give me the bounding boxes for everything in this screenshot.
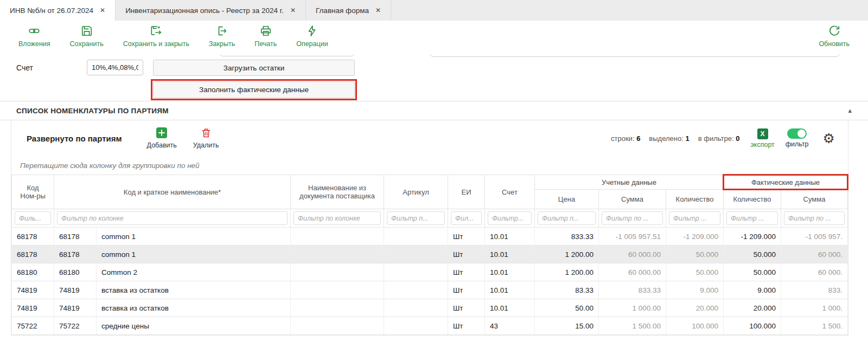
cell-supplier-name[interactable] bbox=[291, 263, 384, 281]
cell-actual-sum[interactable]: -1 005 957. bbox=[781, 228, 848, 246]
col-header-account[interactable]: Счет bbox=[485, 175, 535, 209]
close-icon[interactable]: ✕ bbox=[290, 7, 296, 14]
filter-input-unit[interactable] bbox=[451, 211, 482, 225]
filter-input-account[interactable] bbox=[488, 211, 532, 225]
cell-actual-sum[interactable]: 1 000. bbox=[781, 299, 848, 317]
filter-input-actual-quantity[interactable] bbox=[726, 211, 778, 225]
cell-actual-quantity[interactable]: 50.000 bbox=[724, 263, 781, 281]
delete-row-button[interactable]: Удалить bbox=[193, 127, 219, 149]
cell-code[interactable]: 68178 bbox=[12, 228, 54, 246]
gear-icon[interactable]: ⚙ bbox=[823, 132, 835, 145]
cell-code[interactable]: 68178 bbox=[12, 246, 54, 263]
cell-code2[interactable]: 74819 bbox=[54, 299, 97, 317]
filter-input-supplier-name[interactable] bbox=[293, 211, 381, 225]
cell-account[interactable]: 43 bbox=[485, 317, 535, 335]
close-icon[interactable]: ✕ bbox=[375, 7, 381, 14]
cell-code2[interactable]: 68178 bbox=[54, 228, 97, 246]
cell-actual-sum[interactable]: 833. bbox=[781, 281, 848, 299]
cell-name[interactable]: средние цены bbox=[97, 317, 291, 335]
cell-article[interactable] bbox=[384, 281, 448, 299]
col-header-actual-quantity[interactable]: Количество bbox=[724, 190, 781, 209]
filter-input-sum[interactable] bbox=[602, 211, 663, 225]
refresh-button[interactable]: Обновить bbox=[819, 25, 850, 48]
tab-inventory-register[interactable]: Инвентаризационная опись - Реестр за 202… bbox=[116, 0, 306, 21]
cell-actual-quantity[interactable]: 9.000 bbox=[724, 281, 781, 299]
toggle-on-icon[interactable] bbox=[787, 128, 807, 139]
tab-inv-document[interactable]: ИНВ №б/н от 26.07.2024 ✕ bbox=[0, 0, 116, 21]
close-button[interactable]: Закрыть bbox=[209, 25, 235, 48]
tab-main-form[interactable]: Главная форма ✕ bbox=[306, 0, 391, 21]
save-button[interactable]: Сохранить bbox=[70, 25, 104, 48]
cell-actual-quantity[interactable]: -1 209.000 bbox=[724, 228, 781, 246]
table-row[interactable]: 68178 68178 common 1 Шт 10.01 833.33 -1 … bbox=[12, 228, 848, 246]
filter-input-code[interactable] bbox=[15, 211, 51, 225]
cell-unit[interactable]: Шт bbox=[448, 228, 485, 246]
filter-toggle[interactable]: фильтр bbox=[786, 128, 809, 148]
filter-input-price[interactable] bbox=[538, 211, 596, 225]
cell-actual-sum[interactable]: 60 000. bbox=[781, 246, 848, 263]
add-row-button[interactable]: Добавить bbox=[147, 127, 177, 149]
col-header-supplier-doc-name[interactable]: Наименование из документа поставщика bbox=[291, 175, 384, 209]
cell-unit[interactable]: Шт bbox=[448, 263, 485, 281]
cell-code[interactable]: 75722 bbox=[12, 317, 54, 335]
col-header-price[interactable]: Цена bbox=[535, 190, 599, 209]
collapse-chevron-icon[interactable]: ▴ bbox=[848, 107, 852, 114]
group-by-drop-zone[interactable]: Перетащите сюда колонку для группировки … bbox=[11, 156, 848, 175]
cell-supplier-name[interactable] bbox=[291, 317, 384, 335]
cell-name[interactable]: вставка из остатков bbox=[97, 281, 291, 299]
filter-input-quantity[interactable] bbox=[669, 211, 720, 225]
cell-code[interactable]: 68180 bbox=[12, 263, 54, 281]
cell-quantity[interactable]: 50.000 bbox=[666, 263, 724, 281]
cell-quantity[interactable]: -1 209.000 bbox=[666, 228, 724, 246]
close-icon[interactable]: ✕ bbox=[100, 7, 105, 14]
cell-unit[interactable]: Шт bbox=[448, 299, 485, 317]
account-input[interactable] bbox=[87, 60, 143, 75]
cell-price[interactable]: 1 200.00 bbox=[535, 246, 599, 263]
cell-name[interactable]: Common 2 bbox=[97, 263, 291, 281]
col-header-code-and-name[interactable]: Код и краткое наименование* bbox=[54, 175, 291, 209]
fill-actual-data-button[interactable]: Заполнить фактические данные bbox=[153, 81, 355, 98]
cell-price[interactable]: 50.00 bbox=[535, 299, 599, 317]
cell-sum[interactable]: 60 000.00 bbox=[599, 263, 666, 281]
col-header-actual-sum[interactable]: Сумма bbox=[781, 190, 848, 209]
cell-quantity[interactable]: 100.000 bbox=[666, 317, 724, 335]
cell-name[interactable]: вставка из остатков bbox=[97, 299, 291, 317]
cell-quantity[interactable]: 50.000 bbox=[666, 246, 724, 263]
cell-unit[interactable]: Шт bbox=[448, 317, 485, 335]
cell-actual-quantity[interactable]: 100.000 bbox=[724, 317, 781, 335]
cell-account[interactable]: 10.01 bbox=[485, 228, 535, 246]
cell-account[interactable]: 10.01 bbox=[485, 263, 535, 281]
cell-article[interactable] bbox=[384, 246, 448, 263]
cell-actual-sum[interactable]: 60 000. bbox=[781, 263, 848, 281]
cell-article[interactable] bbox=[384, 263, 448, 281]
cell-unit[interactable]: Шт bbox=[448, 246, 485, 263]
col-header-quantity[interactable]: Количество bbox=[666, 190, 724, 209]
col-header-sum[interactable]: Сумма bbox=[599, 190, 666, 209]
col-header-article[interactable]: Артикул bbox=[384, 175, 448, 209]
cell-sum[interactable]: 60 000.00 bbox=[599, 246, 666, 263]
cell-name[interactable]: common 1 bbox=[97, 228, 291, 246]
table-row[interactable]: 74819 74819 вставка из остатков Шт 10.01… bbox=[12, 281, 848, 299]
cell-sum[interactable]: -1 005 957.51 bbox=[599, 228, 666, 246]
cell-unit[interactable]: Шт bbox=[448, 281, 485, 299]
cell-actual-sum[interactable]: 1 500. bbox=[781, 317, 848, 335]
cell-supplier-name[interactable] bbox=[291, 281, 384, 299]
print-button[interactable]: Печать bbox=[254, 25, 277, 48]
cell-quantity[interactable]: 9.000 bbox=[666, 281, 724, 299]
cell-article[interactable] bbox=[384, 228, 448, 246]
cell-code2[interactable]: 68178 bbox=[54, 246, 97, 263]
table-row[interactable]: 74819 74819 вставка из остатков Шт 10.01… bbox=[12, 299, 848, 317]
table-row[interactable]: 75722 75722 средние цены Шт 43 15.00 1 5… bbox=[12, 317, 848, 335]
cell-sum[interactable]: 1 000.00 bbox=[599, 299, 666, 317]
cell-quantity[interactable]: 20.000 bbox=[666, 299, 724, 317]
cell-code2[interactable]: 74819 bbox=[54, 281, 97, 299]
save-and-close-button[interactable]: Сохранить и закрыть bbox=[123, 25, 189, 48]
filter-input-actual-sum[interactable] bbox=[784, 211, 845, 225]
cell-article[interactable] bbox=[384, 299, 448, 317]
cell-price[interactable]: 833.33 bbox=[535, 228, 599, 246]
cell-code2[interactable]: 68180 bbox=[54, 263, 97, 281]
cell-sum[interactable]: 833.33 bbox=[599, 281, 666, 299]
cell-sum[interactable]: 1 500.00 bbox=[599, 317, 666, 335]
cell-account[interactable]: 10.01 bbox=[485, 299, 535, 317]
col-header-unit[interactable]: ЕИ bbox=[448, 175, 485, 209]
